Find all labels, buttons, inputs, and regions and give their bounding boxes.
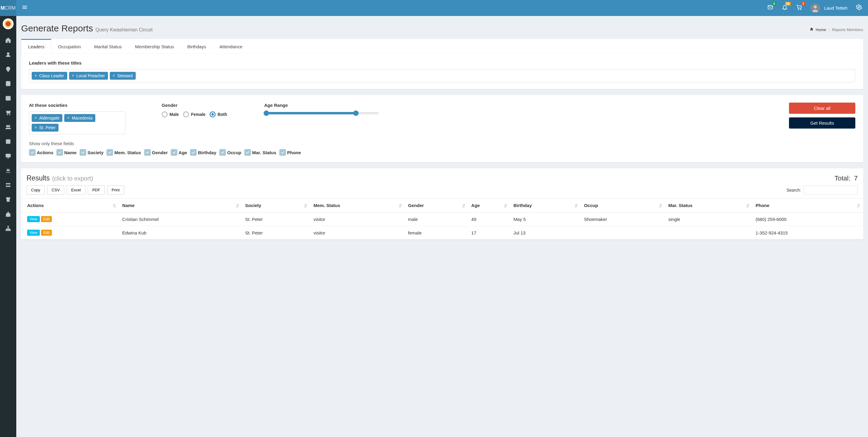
report-tabs: LeadersOccupationMarital StatusMembershi… [21, 40, 863, 54]
cell-phone: (680) 259-6000 [752, 212, 863, 226]
sidebar-item-user[interactable] [0, 48, 16, 62]
gear-icon[interactable] [856, 4, 862, 12]
tag[interactable]: ×Macedonia [64, 114, 96, 122]
tag[interactable]: ×Local Preacher [69, 72, 108, 80]
svg-point-1 [798, 9, 799, 9]
col-actions[interactable]: Actions⇅ [21, 199, 119, 212]
export-excel-button[interactable]: Excel [67, 185, 85, 195]
field-check-age[interactable]: Age [171, 149, 187, 156]
user-menu[interactable]: Laud Tetteh [811, 4, 847, 13]
sidebar-item-shirt[interactable] [0, 192, 16, 207]
societies-tag-input[interactable]: ×Aldersgate×Macedonia×St. Peter [29, 111, 125, 134]
view-button[interactable]: View [27, 216, 40, 222]
svg-point-13 [9, 114, 10, 115]
field-check-gender[interactable]: Gender [144, 149, 168, 156]
sidebar-avatar[interactable] [3, 19, 13, 29]
tag-remove-icon[interactable]: × [35, 125, 37, 130]
tag-remove-icon[interactable]: × [35, 74, 37, 78]
col-age[interactable]: Age⇵ [468, 199, 510, 212]
mail-icon[interactable]: 0 [767, 4, 773, 12]
view-button[interactable]: View [27, 230, 40, 236]
cell-name: Edwina Kub [119, 226, 242, 240]
sidebar-item-calendar[interactable] [0, 91, 16, 105]
svg-point-22 [7, 186, 8, 187]
cart-icon[interactable]: 3 [796, 4, 802, 12]
sidebar-item-book[interactable] [0, 76, 16, 91]
tag-remove-icon[interactable]: × [72, 74, 74, 78]
edit-button[interactable]: Edit [41, 230, 52, 236]
cell-mar_status: single [665, 212, 752, 226]
tab-marital-status[interactable]: Marital Status [88, 40, 128, 53]
export-copy-button[interactable]: Copy [27, 185, 44, 195]
field-check-mar-status[interactable]: Mar. Status [244, 149, 276, 156]
col-name[interactable]: Name⇵ [119, 199, 242, 212]
tag[interactable]: ×Steward [110, 72, 136, 80]
sidebar-item-hands[interactable] [0, 163, 16, 178]
tag[interactable]: ×Class Leader [32, 72, 67, 80]
cell-society: St. Peter [242, 212, 311, 226]
breadcrumb-home[interactable]: Home [815, 27, 826, 32]
field-check-mem-status[interactable]: Mem. Status [106, 149, 141, 156]
svg-point-18 [6, 183, 7, 184]
col-occup[interactable]: Occup⇵ [581, 199, 665, 212]
hamburger-icon[interactable] [16, 4, 33, 12]
logo[interactable]: MCRM [0, 0, 16, 16]
tag[interactable]: ×St. Peter [32, 124, 59, 132]
col-phone[interactable]: Phone⇵ [752, 199, 863, 212]
slider-handle-max[interactable] [353, 111, 359, 116]
field-check-society[interactable]: Society [80, 149, 103, 156]
col-mem-status[interactable]: Mem. Status⇵ [310, 199, 405, 212]
tab-membership-status[interactable]: Membership Status [128, 40, 181, 53]
export-csv-button[interactable]: CSV [47, 185, 64, 195]
field-check-birthday[interactable]: Birthday [190, 149, 216, 156]
results-title: Results [27, 174, 50, 182]
edit-button[interactable]: Edit [41, 216, 52, 222]
export-print-button[interactable]: Print [107, 185, 124, 195]
radio-both[interactable]: Both [210, 111, 227, 117]
export-pdf-button[interactable]: PDF [88, 185, 105, 195]
sidebar-item-church[interactable] [0, 207, 16, 221]
col-mar-status[interactable]: Mar. Status⇵ [665, 199, 752, 212]
sidebar-item-sitemap[interactable] [0, 221, 16, 236]
leaders-tag-input[interactable]: ×Class Leader×Local Preacher×Steward [29, 69, 855, 82]
sidebar-item-rows[interactable] [0, 178, 16, 192]
radio-female[interactable]: Female [183, 111, 206, 117]
search-input[interactable] [803, 185, 858, 194]
tab-birthdays[interactable]: Birthdays [181, 40, 213, 53]
societies-label: At these societies [29, 103, 150, 108]
sidebar-item-present[interactable] [0, 149, 16, 163]
field-check-phone[interactable]: Phone [279, 149, 301, 156]
col-gender[interactable]: Gender⇵ [405, 199, 468, 212]
bell-icon[interactable]: 68 [782, 4, 788, 12]
col-birthday[interactable]: Birthday⇵ [510, 199, 581, 212]
sidebar-item-cart[interactable] [0, 105, 16, 120]
cell-mem_status: visitor [310, 212, 405, 226]
sidebar-item-download[interactable] [0, 134, 16, 149]
get-results-button[interactable]: Get Results [789, 117, 855, 128]
tag-remove-icon[interactable]: × [67, 116, 69, 120]
radio-male[interactable]: Male [162, 111, 179, 117]
bell-badge: 68 [785, 2, 791, 6]
tab-leaders[interactable]: Leaders [21, 39, 51, 53]
col-society[interactable]: Society⇵ [242, 199, 311, 212]
sidebar-item-group[interactable] [0, 120, 16, 134]
sidebar-item-location[interactable] [0, 62, 16, 76]
tag[interactable]: ×Aldersgate [32, 114, 62, 122]
field-check-occup[interactable]: Occup [219, 149, 241, 156]
svg-point-20 [9, 183, 10, 184]
slider-handle-min[interactable] [264, 111, 269, 116]
topbar-actions: 0 68 3 Laud Tetteh [767, 4, 868, 13]
tag-remove-icon[interactable]: × [35, 116, 37, 120]
field-check-name[interactable]: Name [56, 149, 76, 156]
age-slider[interactable] [264, 111, 379, 115]
clear-all-button[interactable]: Clear all [789, 103, 855, 114]
sort-icon: ⇵ [304, 203, 307, 208]
table-row: ViewEditCristian SchimmelSt. Petervisito… [21, 212, 863, 226]
tab-attendance[interactable]: Attendance [213, 40, 249, 53]
results-card: Results (click to export) Total: 7 CopyC… [21, 168, 863, 240]
cell-occup: Shoemaker [581, 212, 665, 226]
sidebar-item-home[interactable] [0, 33, 16, 48]
tag-remove-icon[interactable]: × [113, 74, 115, 78]
tab-occupation[interactable]: Occupation [51, 40, 88, 53]
field-check-actions[interactable]: Actions [29, 149, 53, 156]
